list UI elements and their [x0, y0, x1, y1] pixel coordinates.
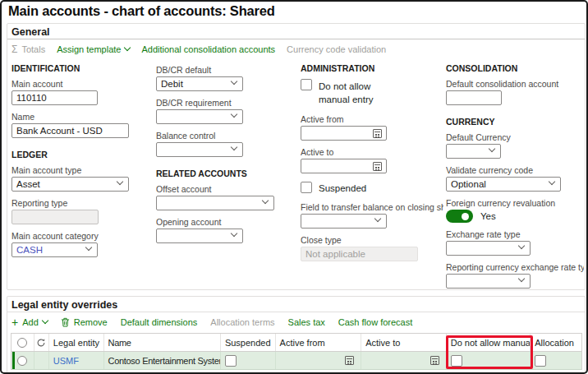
- field-to-transfer-select[interactable]: [301, 214, 387, 229]
- foreign-currency-revaluation-label: Foreign currency revaluation: [446, 198, 584, 208]
- additional-consolidation-accounts-button[interactable]: Additional consolidation accounts: [141, 44, 275, 54]
- calendar-icon[interactable]: [345, 356, 354, 365]
- default-currency-select[interactable]: [446, 144, 501, 159]
- sigma-icon: Σ: [11, 44, 17, 54]
- exchange-rate-type-label: Exchange rate type: [446, 229, 584, 239]
- active-from-input[interactable]: [301, 126, 387, 141]
- main-account-category-label: Main account category: [11, 231, 151, 241]
- default-consolidation-account-input[interactable]: [446, 90, 502, 105]
- do-not-allow-manual-entry-row-checkbox[interactable]: [451, 355, 462, 367]
- column-header-active-to[interactable]: Active to: [361, 334, 447, 351]
- chevron-down-icon: [374, 215, 381, 222]
- reporting-type-input: [11, 210, 99, 224]
- validate-currency-code-label: Validate currency code: [446, 165, 584, 175]
- default-dimensions-button[interactable]: Default dimensions: [121, 317, 198, 327]
- ledger-group-header: LEDGER: [11, 150, 151, 159]
- reporting-currency-exchange-rate-type-select[interactable]: [446, 274, 531, 289]
- plus-icon: +: [11, 316, 18, 328]
- refresh-icon[interactable]: [36, 338, 46, 348]
- close-type-label: Close type: [301, 235, 445, 245]
- main-account-value: 110110: [16, 93, 47, 103]
- chevron-down-icon: [518, 242, 525, 249]
- related-accounts-group-header: RELATED ACCOUNTS: [156, 169, 296, 178]
- chevron-down-icon: [549, 178, 555, 185]
- sales-tax-button[interactable]: Sales tax: [288, 317, 325, 327]
- column-posting-related: DB/CR default Debit DB/CR requirement Ba…: [156, 65, 296, 250]
- chevron-down-icon: [518, 275, 525, 282]
- balance-control-select[interactable]: [156, 142, 243, 157]
- active-to-input[interactable]: [301, 159, 387, 173]
- exchange-rate-type-select[interactable]: [446, 241, 531, 256]
- default-currency-label: Default Currency: [446, 132, 584, 142]
- legal-entity-name-cell: Contoso Entertainment System ...: [104, 352, 221, 369]
- add-label: Add: [22, 317, 39, 327]
- chevron-down-icon: [124, 44, 131, 51]
- column-header-legal-entity[interactable]: Legal entity: [49, 334, 104, 351]
- column-header-active-from[interactable]: Active from: [276, 334, 362, 351]
- totals-label: Totals: [21, 44, 45, 54]
- select-all-radio[interactable]: [17, 338, 27, 348]
- remove-button[interactable]: Remove: [61, 317, 108, 327]
- main-account-category-value[interactable]: CASH: [16, 245, 43, 255]
- name-input[interactable]: Bank Account - USD: [11, 123, 129, 138]
- consolidation-group-header: CONSOLIDATION: [446, 63, 584, 73]
- currency-group-header: CURRENCY: [446, 117, 584, 127]
- allocation-terms-button[interactable]: Allocation terms: [210, 317, 274, 327]
- administration-group-header: ADMINISTRATION: [301, 63, 445, 73]
- dbcr-default-select[interactable]: Debit: [156, 76, 243, 91]
- validate-currency-code-select[interactable]: Optional: [446, 177, 561, 192]
- offset-account-select[interactable]: [156, 196, 274, 210]
- calendar-icon[interactable]: [373, 129, 382, 138]
- dbcr-default-label: DB/CR default: [156, 65, 296, 75]
- chevron-down-icon: [231, 144, 237, 150]
- identification-group-header: IDENTIFICATION: [11, 63, 151, 73]
- assign-template-button[interactable]: Assign template: [57, 44, 130, 54]
- calendar-icon[interactable]: [373, 162, 382, 171]
- table-row[interactable]: USMF Contoso Entertainment System ...: [11, 352, 581, 370]
- do-not-allow-manual-entry-checkbox[interactable]: [301, 79, 312, 90]
- main-account-type-value: Asset: [16, 179, 40, 189]
- active-to-label: Active to: [301, 147, 445, 157]
- main-account-input[interactable]: 110110: [11, 90, 98, 105]
- chevron-down-icon: [231, 78, 237, 85]
- column-header-do-not-allow-manual-entry[interactable]: Do not allow manual entry: [447, 334, 531, 351]
- opening-account-label: Opening account: [156, 217, 296, 227]
- general-section-header[interactable]: General: [7, 24, 585, 39]
- legal-entity-link[interactable]: USMF: [53, 356, 79, 366]
- add-button[interactable]: + Add: [11, 316, 48, 328]
- main-account-type-label: Main account type: [11, 165, 151, 175]
- main-account-category-select[interactable]: CASH: [11, 242, 98, 257]
- active-from-label: Active from: [301, 114, 445, 124]
- suspended-row-checkbox[interactable]: [225, 355, 237, 367]
- dbcr-requirement-select[interactable]: [156, 109, 243, 124]
- close-type-value: Not applicable: [305, 249, 365, 259]
- column-identification-ledger: IDENTIFICATION Main account 110110 Name …: [11, 63, 151, 264]
- calendar-icon[interactable]: [430, 356, 439, 365]
- general-toolbar: Σ Totals Assign template Additional cons…: [7, 39, 585, 58]
- column-header-suspended[interactable]: Suspended: [221, 334, 276, 351]
- column-header-name[interactable]: Name: [104, 334, 221, 351]
- legal-entity-overrides-header[interactable]: Legal entity overrides: [7, 297, 585, 312]
- suspended-checkbox[interactable]: [301, 182, 312, 193]
- main-account-type-select[interactable]: Asset: [11, 177, 129, 192]
- allocation-row-checkbox[interactable]: [535, 355, 546, 367]
- default-consolidation-account-label: Default consolidation account: [446, 79, 584, 89]
- currency-code-validation-button[interactable]: Currency code validation: [287, 44, 386, 54]
- foreign-currency-revaluation-state: Yes: [480, 211, 496, 221]
- totals-button[interactable]: Σ Totals: [11, 44, 45, 54]
- dbcr-default-value: Debit: [161, 79, 183, 89]
- field-to-transfer-label: Field to transfer balance on closing sh.…: [301, 202, 443, 212]
- row-selected-indicator: [12, 352, 15, 369]
- opening-account-select[interactable]: [156, 229, 243, 243]
- column-administration: ADMINISTRATION Do not allow manual entry…: [301, 63, 445, 268]
- column-header-allocation[interactable]: Allocation: [531, 334, 581, 351]
- cash-flow-forecast-button[interactable]: Cash flow forecast: [338, 317, 412, 327]
- chevron-down-icon: [117, 178, 123, 185]
- foreign-currency-revaluation-toggle[interactable]: [446, 210, 473, 223]
- main-account-label: Main account: [11, 79, 151, 89]
- chevron-down-icon: [85, 244, 92, 251]
- validate-currency-code-value: Optional: [451, 179, 486, 189]
- overrides-toolbar: + Add Remove Default dimensions Allocati…: [7, 312, 585, 330]
- page-title: Main accounts - chart of accounts: Share…: [8, 3, 275, 19]
- row-select-radio[interactable]: [17, 356, 27, 366]
